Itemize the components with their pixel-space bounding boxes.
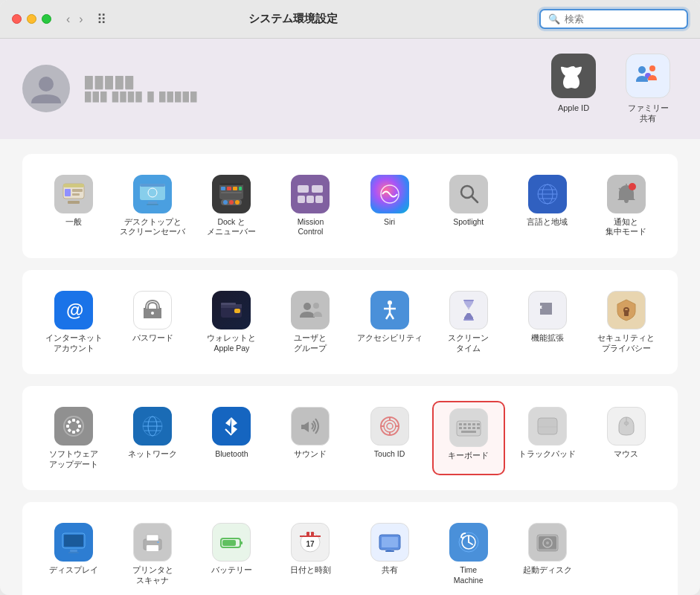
pref-security[interactable]: セキュリティとプライバシー <box>590 285 663 359</box>
section-3: ソフトウェアアップデート ネットワーク <box>22 386 678 490</box>
mission-label: MissionControl <box>298 217 324 237</box>
trackpad-label: トラックパッド <box>518 449 576 460</box>
close-button[interactable] <box>12 14 22 24</box>
family-icon <box>626 54 670 98</box>
network-icon <box>133 407 172 446</box>
bluetooth-label: Bluetooth <box>215 449 248 460</box>
pref-trackpad[interactable]: トラックパッド <box>511 401 584 475</box>
pref-language[interactable]: 言語と地域 <box>511 169 584 243</box>
account-detail: ███ ████ █ █████ <box>85 91 529 102</box>
network-label: ネットワーク <box>128 449 177 460</box>
pref-spotlight[interactable]: Spotlight <box>432 169 505 243</box>
avatar[interactable] <box>22 65 70 112</box>
svg-point-2 <box>649 65 655 71</box>
extensions-label: 機能拡張 <box>531 333 564 344</box>
svg-rect-15 <box>219 183 243 199</box>
pref-printer[interactable]: プリンタとスキャナ <box>116 517 189 591</box>
svg-point-123 <box>546 541 549 544</box>
search-box[interactable]: 🔍 <box>539 9 688 29</box>
pref-battery[interactable]: バッテリー <box>195 517 268 591</box>
icon-grid-4: ディスプレイ プリンタとスキャナ <box>37 517 663 591</box>
security-icon <box>607 291 646 329</box>
pref-accessibility[interactable]: アクセシビリティ <box>353 285 426 359</box>
pref-display[interactable]: ディスプレイ <box>37 517 110 591</box>
screentime-label: スクリーンタイム <box>448 333 489 353</box>
users-label: ユーザとグループ <box>294 333 327 353</box>
icon-grid-3: ソフトウェアアップデート ネットワーク <box>37 401 663 475</box>
pref-password[interactable]: パスワード <box>116 285 189 359</box>
pref-keyboard[interactable]: キーボード <box>432 401 505 475</box>
pref-network[interactable]: ネットワーク <box>116 401 189 475</box>
startup-label: 起動ディスク <box>523 565 572 576</box>
notification-icon <box>607 175 646 213</box>
touchid-icon <box>370 407 409 446</box>
pref-screentime[interactable]: スクリーンタイム <box>432 285 505 359</box>
pref-datetime[interactable]: 17 日付と時刻 <box>274 517 347 591</box>
svg-rect-114 <box>385 550 394 552</box>
spotlight-icon <box>449 175 488 213</box>
pref-sound[interactable]: サウンド <box>274 401 347 475</box>
pref-sharing[interactable]: 共有 <box>353 517 426 591</box>
svg-point-25 <box>235 200 240 205</box>
sharing-icon <box>370 523 409 562</box>
keyboard-label: キーボード <box>448 451 489 461</box>
pref-users[interactable]: ユーザとグループ <box>274 285 347 359</box>
svg-rect-90 <box>477 427 480 429</box>
svg-rect-110 <box>300 536 321 537</box>
svg-rect-92 <box>538 418 557 434</box>
pref-software-update[interactable]: ソフトウェアアップデート <box>37 401 110 475</box>
pref-startup[interactable]: 起動ディスク <box>511 517 584 591</box>
svg-rect-54 <box>463 300 474 301</box>
timemachine-label: TimeMachine <box>454 565 484 585</box>
svg-rect-98 <box>70 550 77 552</box>
svg-rect-61 <box>78 425 81 428</box>
battery-icon <box>212 523 251 562</box>
svg-rect-85 <box>477 423 480 425</box>
pref-dock[interactable]: Dock とメニューバー <box>195 169 268 243</box>
svg-rect-102 <box>147 535 158 541</box>
internet-label: インターネットアカウント <box>45 333 103 353</box>
svg-point-75 <box>387 423 393 429</box>
svg-rect-99 <box>68 552 79 553</box>
siri-icon <box>370 175 409 213</box>
search-input[interactable] <box>565 13 676 25</box>
pref-general[interactable]: 一般 <box>37 169 110 243</box>
desktop-icon <box>133 175 172 213</box>
svg-rect-19 <box>233 187 237 190</box>
battery-label: バッテリー <box>211 565 252 576</box>
pref-extensions[interactable]: 機能拡張 <box>511 285 584 359</box>
svg-point-74 <box>384 420 396 432</box>
pref-internet[interactable]: @ インターネットアカウント <box>37 285 110 359</box>
svg-rect-97 <box>64 535 83 547</box>
bluetooth-icon <box>212 407 251 446</box>
pref-touchid[interactable]: Touch ID <box>353 401 426 475</box>
svg-line-52 <box>386 313 390 319</box>
content-area: 一般 デスクトップとスクリーンセーバ <box>0 139 700 595</box>
apple-id-item[interactable]: Apple ID <box>544 54 603 124</box>
wallet-icon <box>212 291 251 329</box>
internet-icon: @ <box>54 291 93 329</box>
pref-bluetooth[interactable]: Bluetooth <box>195 401 268 475</box>
svg-point-0 <box>39 77 54 91</box>
svg-rect-59 <box>72 419 75 422</box>
minimize-button[interactable] <box>27 14 36 24</box>
pref-desktop[interactable]: デスクトップとスクリーンセーバ <box>116 169 189 243</box>
svg-rect-8 <box>72 193 80 196</box>
pref-mission-control[interactable]: MissionControl <box>274 169 347 243</box>
svg-point-23 <box>223 200 228 205</box>
pref-notification[interactable]: 通知と集中モード <box>590 169 663 243</box>
pref-siri[interactable]: Siri <box>353 169 426 243</box>
datetime-icon: 17 <box>291 523 330 562</box>
trackpad-icon <box>528 407 567 446</box>
pref-mouse[interactable]: マウス <box>590 401 663 475</box>
account-section: █████ ███ ████ █ █████ Apple ID <box>0 39 700 139</box>
svg-rect-17 <box>221 187 225 190</box>
svg-text:@: @ <box>66 300 83 320</box>
pref-wallet[interactable]: ウォレットとApple Pay <box>195 285 268 359</box>
family-share-item[interactable]: ファミリー共有 <box>618 54 678 124</box>
icon-grid-1: 一般 デスクトップとスクリーンセーバ <box>37 169 663 243</box>
maximize-button[interactable] <box>42 14 51 24</box>
svg-rect-11 <box>140 184 165 187</box>
pref-timemachine[interactable]: TimeMachine <box>432 517 505 591</box>
datetime-label: 日付と時刻 <box>290 565 331 576</box>
